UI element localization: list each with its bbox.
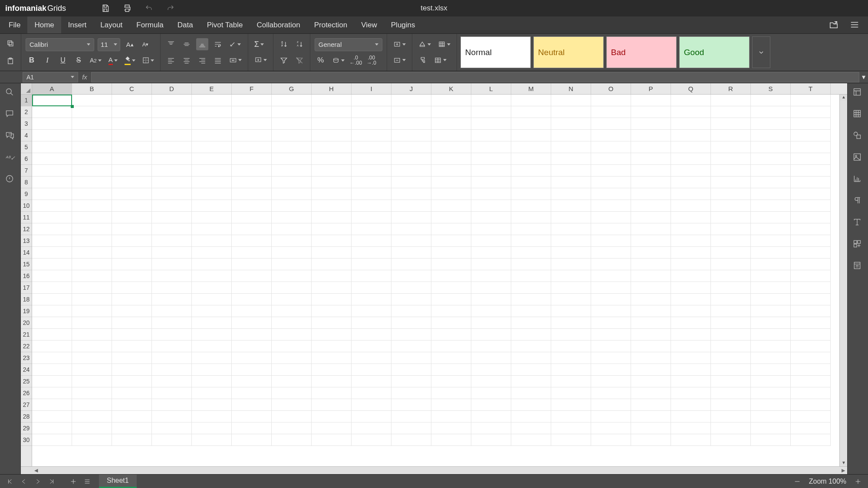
- cell[interactable]: [192, 341, 232, 352]
- cell[interactable]: [711, 95, 751, 106]
- align-right-icon[interactable]: [196, 54, 208, 66]
- cell[interactable]: [551, 165, 591, 177]
- cell[interactable]: [232, 118, 272, 130]
- cell[interactable]: [711, 118, 751, 130]
- cell[interactable]: [631, 259, 671, 270]
- cell[interactable]: [631, 223, 671, 235]
- cell[interactable]: [591, 329, 631, 341]
- cell[interactable]: [312, 282, 352, 294]
- spreadsheet-grid[interactable]: ABCDEFGHIJKLMNOPQRST 1234567891011121314…: [21, 83, 847, 474]
- cell[interactable]: [112, 259, 152, 270]
- cell[interactable]: [671, 422, 711, 434]
- cell[interactable]: [112, 434, 152, 446]
- cell[interactable]: [152, 223, 192, 235]
- cell[interactable]: [192, 282, 232, 294]
- cell[interactable]: [32, 223, 72, 235]
- cell[interactable]: [671, 141, 711, 153]
- menu-home[interactable]: Home: [27, 16, 61, 33]
- cell[interactable]: [791, 352, 831, 364]
- cell[interactable]: [312, 200, 352, 212]
- cell[interactable]: [272, 422, 312, 434]
- cell[interactable]: [671, 235, 711, 247]
- cell[interactable]: [32, 165, 72, 177]
- cell[interactable]: [671, 411, 711, 422]
- cell[interactable]: [631, 422, 671, 434]
- cell[interactable]: [112, 153, 152, 165]
- zoom-in-icon[interactable]: [853, 477, 863, 486]
- cell[interactable]: [391, 376, 431, 387]
- cell[interactable]: [591, 165, 631, 177]
- cell[interactable]: [751, 305, 791, 317]
- cell[interactable]: [312, 212, 352, 223]
- decrease-decimal-icon[interactable]: .0←.00: [350, 54, 362, 66]
- cell[interactable]: [232, 317, 272, 329]
- cell[interactable]: [551, 270, 591, 282]
- cell[interactable]: [791, 223, 831, 235]
- cell[interactable]: [471, 177, 511, 188]
- row-header[interactable]: 19: [21, 305, 32, 317]
- cell[interactable]: [471, 270, 511, 282]
- cell[interactable]: [391, 141, 431, 153]
- cell[interactable]: [711, 177, 751, 188]
- cell[interactable]: [72, 364, 112, 376]
- cell[interactable]: [352, 329, 391, 341]
- cell[interactable]: [152, 106, 192, 118]
- cell[interactable]: [232, 434, 272, 446]
- fx-label[interactable]: fx: [78, 73, 91, 81]
- column-header[interactable]: P: [631, 83, 671, 94]
- feedback-icon[interactable]: [5, 174, 16, 185]
- cell[interactable]: [711, 294, 751, 305]
- cell[interactable]: [232, 247, 272, 259]
- sum-icon[interactable]: Σ: [253, 38, 266, 50]
- cell[interactable]: [72, 177, 112, 188]
- cell[interactable]: [631, 411, 671, 422]
- cell[interactable]: [232, 212, 272, 223]
- cell[interactable]: [72, 165, 112, 177]
- cell[interactable]: [791, 422, 831, 434]
- cell[interactable]: [391, 130, 431, 141]
- cell[interactable]: [431, 177, 471, 188]
- cell[interactable]: [391, 153, 431, 165]
- cell[interactable]: [232, 188, 272, 200]
- cell[interactable]: [751, 153, 791, 165]
- cell[interactable]: [711, 106, 751, 118]
- cell[interactable]: [431, 305, 471, 317]
- cell[interactable]: [352, 130, 391, 141]
- cell[interactable]: [551, 188, 591, 200]
- cell[interactable]: [112, 329, 152, 341]
- cell[interactable]: [431, 212, 471, 223]
- cell[interactable]: [152, 282, 192, 294]
- column-header[interactable]: K: [431, 83, 471, 94]
- cell[interactable]: [32, 317, 72, 329]
- cell[interactable]: [312, 364, 352, 376]
- cell[interactable]: [431, 270, 471, 282]
- sheet-list-icon[interactable]: [82, 477, 92, 486]
- borders-button[interactable]: [141, 54, 156, 66]
- cell[interactable]: [391, 341, 431, 352]
- cell[interactable]: [192, 153, 232, 165]
- cell[interactable]: [471, 235, 511, 247]
- align-bottom-icon[interactable]: [196, 38, 208, 50]
- cell[interactable]: [312, 177, 352, 188]
- paste-icon[interactable]: [4, 55, 16, 67]
- cell[interactable]: [751, 422, 791, 434]
- cell[interactable]: [72, 153, 112, 165]
- cell[interactable]: [511, 95, 551, 106]
- name-box[interactable]: A1: [23, 72, 78, 82]
- cell[interactable]: [471, 387, 511, 399]
- cell[interactable]: [711, 305, 751, 317]
- cell[interactable]: [192, 270, 232, 282]
- cell[interactable]: [471, 341, 511, 352]
- cell[interactable]: [152, 422, 192, 434]
- cell[interactable]: [671, 294, 711, 305]
- row-header[interactable]: 25: [21, 376, 32, 387]
- cell[interactable]: [711, 259, 751, 270]
- cell[interactable]: [671, 341, 711, 352]
- cell[interactable]: [272, 95, 312, 106]
- cell[interactable]: [791, 376, 831, 387]
- cell[interactable]: [32, 212, 72, 223]
- cell[interactable]: [272, 282, 312, 294]
- cell[interactable]: [272, 235, 312, 247]
- slicer-settings-icon[interactable]: [853, 261, 863, 272]
- cell[interactable]: [72, 422, 112, 434]
